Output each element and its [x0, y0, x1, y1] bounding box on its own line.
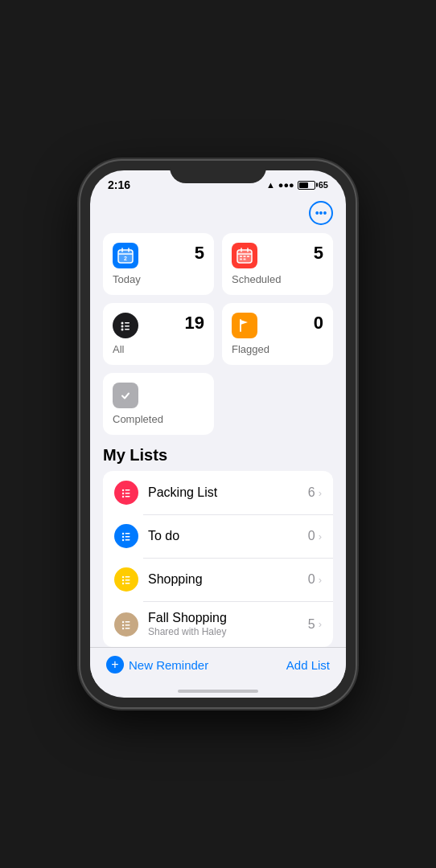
packing-list-icon: [114, 481, 138, 505]
svg-point-36: [122, 576, 124, 578]
scheduled-count: 5: [314, 243, 323, 264]
signal-icon: ●●●: [278, 180, 294, 190]
add-list-button[interactable]: Add List: [286, 658, 330, 672]
card-top-scheduled: 5: [232, 243, 323, 268]
packing-list-info: Packing List: [148, 485, 308, 500]
packing-list-name: Packing List: [148, 485, 308, 500]
bottom-toolbar: + New Reminder Add List: [90, 647, 346, 686]
todo-list-right: 0 ›: [308, 529, 322, 543]
svg-point-38: [122, 579, 124, 581]
svg-rect-25: [125, 489, 130, 491]
packing-list-count: 6: [308, 485, 315, 500]
svg-point-32: [122, 536, 124, 538]
flagged-label: Flagged: [232, 343, 323, 355]
all-label: All: [113, 343, 204, 355]
svg-point-21: [121, 329, 124, 331]
today-label: Today: [113, 273, 204, 285]
svg-rect-14: [240, 259, 242, 260]
lists-container: Packing List 6 ›: [103, 471, 333, 647]
list-item-packing[interactable]: Packing List 6 ›: [103, 471, 333, 514]
battery-fill: [299, 182, 309, 188]
shopping-list-name: Shopping: [148, 572, 308, 587]
notch: [170, 161, 266, 183]
smart-card-all[interactable]: 19 All: [103, 303, 214, 365]
completed-label: Completed: [113, 413, 204, 425]
packing-chevron-icon: ›: [319, 487, 322, 499]
svg-point-24: [122, 489, 124, 491]
fall-shopping-list-count: 5: [308, 617, 315, 632]
shopping-list-count: 0: [308, 572, 315, 587]
packing-list-right: 6 ›: [308, 485, 322, 500]
svg-rect-47: [125, 628, 130, 629]
smart-lists-grid: 2 5 Today: [103, 233, 333, 435]
todo-chevron-icon: ›: [319, 530, 322, 542]
svg-rect-35: [125, 539, 130, 541]
svg-point-44: [122, 624, 124, 625]
add-list-label: Add List: [286, 658, 330, 672]
svg-rect-13: [247, 256, 249, 257]
smart-card-flagged[interactable]: 0 Flagged: [222, 303, 333, 365]
list-item-todo[interactable]: To do 0 ›: [103, 514, 333, 558]
fall-shopping-list-subtitle: Shared with Haley: [148, 626, 308, 637]
svg-rect-15: [244, 259, 246, 260]
battery-percent: 65: [319, 180, 328, 190]
svg-point-30: [122, 533, 124, 534]
completed-icon: [113, 383, 138, 408]
shopping-list-icon: [114, 567, 138, 592]
scheduled-label: Scheduled: [232, 273, 323, 285]
svg-rect-41: [125, 583, 130, 584]
fall-shopping-list-right: 5 ›: [308, 617, 322, 632]
svg-rect-43: [125, 621, 130, 623]
svg-rect-33: [125, 536, 130, 538]
today-count: 5: [195, 243, 204, 264]
new-reminder-label: New Reminder: [129, 658, 208, 672]
more-button[interactable]: •••: [309, 201, 333, 225]
todo-list-info: To do: [148, 529, 308, 543]
svg-point-46: [122, 627, 124, 628]
fall-shopping-list-icon: [114, 612, 138, 637]
svg-rect-22: [125, 329, 130, 330]
main-content: ••• 2: [90, 194, 346, 647]
my-lists-title: My Lists: [103, 446, 333, 465]
battery-icon: [298, 181, 315, 190]
fall-shopping-list-name: Fall Shopping: [148, 611, 308, 625]
svg-point-19: [121, 326, 124, 328]
svg-point-42: [122, 620, 124, 622]
more-icon: •••: [315, 207, 327, 219]
list-item-fall-shopping[interactable]: Fall Shopping Shared with Haley 5 ›: [103, 601, 333, 647]
phone-frame: 2:16 ▲ ●●● 65 •••: [80, 161, 356, 707]
todo-list-icon: [114, 524, 138, 548]
card-top-today: 2 5: [113, 243, 204, 268]
wifi-icon: ▲: [266, 180, 275, 190]
svg-rect-11: [240, 256, 242, 257]
new-reminder-button[interactable]: + New Reminder: [106, 656, 208, 674]
smart-card-completed[interactable]: Completed: [103, 373, 214, 435]
todo-list-count: 0: [308, 529, 315, 543]
todo-list-name: To do: [148, 529, 308, 543]
status-icons: ▲ ●●● 65: [266, 180, 328, 190]
shopping-chevron-icon: ›: [319, 574, 322, 586]
svg-rect-20: [125, 326, 130, 327]
card-top-completed: [113, 383, 204, 408]
all-icon: [113, 313, 138, 338]
smart-card-scheduled[interactable]: 5 Scheduled: [222, 233, 333, 295]
today-icon: 2: [113, 243, 138, 268]
header-row: •••: [103, 201, 333, 225]
card-top-flagged: 0: [232, 313, 323, 338]
fall-shopping-list-info: Fall Shopping Shared with Haley: [148, 611, 308, 637]
shopping-list-info: Shopping: [148, 572, 308, 587]
svg-point-23: [119, 389, 132, 402]
flagged-icon: [232, 313, 257, 338]
smart-card-today[interactable]: 2 5 Today: [103, 233, 214, 295]
svg-rect-12: [244, 256, 246, 257]
svg-rect-39: [125, 579, 130, 581]
svg-rect-45: [125, 624, 130, 626]
svg-rect-18: [125, 322, 130, 324]
scheduled-icon: [232, 243, 257, 268]
svg-rect-37: [125, 576, 130, 578]
list-item-shopping[interactable]: Shopping 0 ›: [103, 558, 333, 601]
home-indicator: [178, 690, 258, 693]
all-count: 19: [185, 313, 204, 334]
svg-rect-31: [125, 533, 130, 534]
shopping-list-right: 0 ›: [308, 572, 322, 587]
